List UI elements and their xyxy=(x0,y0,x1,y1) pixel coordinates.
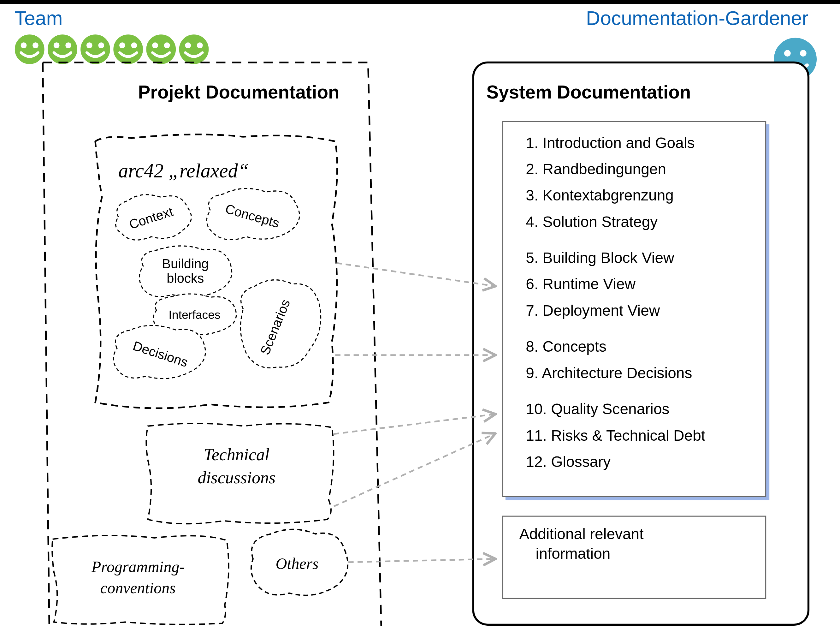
svg-point-11 xyxy=(131,42,137,48)
svg-text:blocks: blocks xyxy=(167,271,204,286)
arrow-tech-to-system-2 xyxy=(334,434,494,506)
svg-text:Programming-: Programming- xyxy=(91,558,184,576)
section-item: 4. Solution Strategy xyxy=(526,213,657,230)
svg-point-4 xyxy=(54,42,59,48)
programming-conventions-scrap: Programming- conventions xyxy=(52,535,228,624)
svg-point-15 xyxy=(178,33,209,65)
projekt-doc-title: Projekt Documentation xyxy=(138,82,339,102)
section-item: 10. Quality Scenarios xyxy=(526,401,669,417)
section-item: 11. Risks & Technical Debt xyxy=(526,427,705,444)
svg-text:Others: Others xyxy=(275,555,319,572)
section-item: 6. Runtime View xyxy=(526,275,635,292)
svg-point-16 xyxy=(185,42,191,48)
svg-text:Technical: Technical xyxy=(204,445,270,464)
svg-text:Building: Building xyxy=(162,256,209,271)
svg-point-0 xyxy=(14,33,45,65)
svg-point-8 xyxy=(98,42,104,48)
section-item: 8. Concepts xyxy=(526,338,606,355)
section-item: 9. Architecture Decisions xyxy=(526,365,692,381)
section-item: 3. Kontextabgrenzung xyxy=(526,187,674,203)
svg-point-14 xyxy=(164,42,170,48)
svg-point-3 xyxy=(47,33,78,65)
smiley-icon xyxy=(47,33,78,65)
smiley-icon xyxy=(145,33,177,65)
flow-arrows xyxy=(334,263,494,562)
cloud-concepts: Concepts xyxy=(207,188,300,239)
section-item: 1. Introduction and Goals xyxy=(526,135,695,151)
svg-point-20 xyxy=(800,50,807,56)
top-divider xyxy=(0,0,840,4)
svg-point-19 xyxy=(784,50,791,56)
section-item: 7. Deployment View xyxy=(526,302,660,319)
system-doc-title: System Documentation xyxy=(486,82,691,102)
svg-point-5 xyxy=(65,42,71,48)
svg-text:conventions: conventions xyxy=(100,579,176,597)
section-item: 2. Randbedingungen xyxy=(526,161,666,177)
team-smiley-row xyxy=(14,33,210,65)
svg-point-1 xyxy=(21,42,27,48)
section-item: 12. Glossary xyxy=(526,453,610,470)
svg-point-10 xyxy=(119,42,125,48)
smiley-icon xyxy=(14,33,45,65)
arrow-tech-to-system xyxy=(334,414,494,434)
svg-point-13 xyxy=(152,42,158,48)
gardener-label: Documentation-Gardener xyxy=(586,7,809,29)
system-documentation-box: System Documentation 1. Introduction and… xyxy=(473,63,809,625)
svg-text:information: information xyxy=(536,545,610,562)
svg-text:Additional relevant: Additional relevant xyxy=(519,526,644,542)
cloud-decisions: Decisions xyxy=(113,326,205,379)
arc42-scrap-title: arc42 „relaxed“ xyxy=(118,160,249,182)
svg-text:discussions: discussions xyxy=(198,468,276,487)
svg-point-2 xyxy=(33,42,39,48)
cloud-context: Context xyxy=(116,195,192,240)
svg-point-9 xyxy=(112,33,144,65)
svg-point-7 xyxy=(86,42,92,48)
others-cloud: Others xyxy=(251,529,348,595)
smiley-icon xyxy=(80,33,111,65)
smiley-icon xyxy=(178,33,209,65)
svg-text:Interfaces: Interfaces xyxy=(169,308,220,321)
svg-point-6 xyxy=(80,33,111,65)
documentation-roles-diagram: Team xyxy=(0,0,840,626)
arrow-arc42-to-system xyxy=(336,263,494,286)
cloud-building-blocks: Building blocks xyxy=(139,246,232,297)
smiley-icon xyxy=(112,33,144,65)
svg-point-12 xyxy=(145,33,177,65)
team-label: Team xyxy=(14,7,63,29)
technical-discussions-scrap: Technical discussions xyxy=(146,423,334,524)
svg-point-17 xyxy=(197,42,203,48)
arc42-relaxed-scrap: arc42 „relaxed“ Context Concepts Buildin… xyxy=(95,135,337,408)
section-item: 5. Building Block View xyxy=(526,249,674,266)
